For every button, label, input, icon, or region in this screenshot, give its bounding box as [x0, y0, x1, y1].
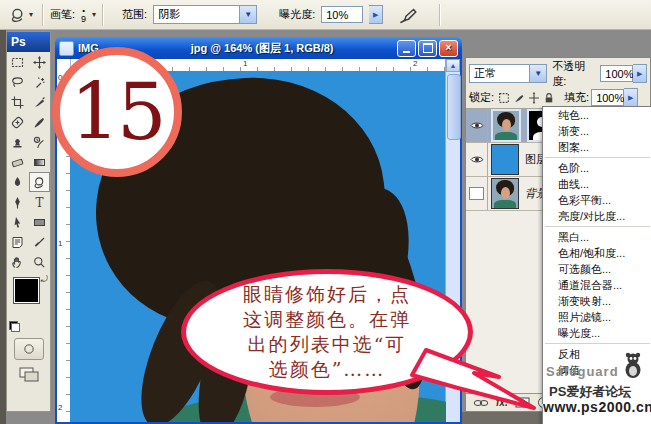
menu-separator: [545, 343, 650, 344]
bubble-line: 出的列表中选“可: [248, 332, 407, 357]
hidden-eye-checkbox[interactable]: [469, 187, 484, 200]
maximize-button[interactable]: [418, 40, 437, 57]
lasso-icon: [11, 76, 24, 89]
zoom-tool[interactable]: [29, 252, 51, 272]
layer-thumbnail[interactable]: [491, 109, 521, 142]
tool-grid: T: [7, 52, 50, 272]
default-colors-icon[interactable]: [9, 321, 20, 332]
menu-item-brightness-contrast[interactable]: 亮度/对比度...: [543, 208, 651, 224]
blend-mode-select[interactable]: 正常 ▼: [469, 64, 547, 83]
menu-item-levels[interactable]: 色阶...: [543, 160, 651, 176]
zoom-icon: [33, 256, 46, 269]
move-tool[interactable]: [29, 52, 51, 72]
magic-wand-tool[interactable]: [29, 72, 51, 92]
scrollbar-thumb[interactable]: [447, 74, 461, 140]
shape-tool[interactable]: [29, 212, 51, 232]
toolbox: Ps T ⤾: [6, 31, 51, 412]
fill-spinner[interactable]: ▶: [624, 88, 638, 107]
bubble-line: 选颜色”……: [269, 357, 386, 382]
visibility-cell[interactable]: [466, 109, 488, 142]
crop-tool[interactable]: [7, 92, 29, 112]
swap-colors-icon[interactable]: ⤾: [41, 274, 49, 285]
path-select-tool[interactable]: [7, 212, 29, 232]
visibility-cell[interactable]: [466, 177, 488, 210]
burn-icon: [33, 176, 46, 189]
document-icon: [59, 41, 74, 56]
burn-tool-icon: [9, 7, 27, 23]
hand-tool[interactable]: [7, 252, 29, 272]
hand-icon: [11, 256, 24, 269]
blur-tool[interactable]: [7, 172, 29, 192]
menu-item-color-balance[interactable]: 色彩平衡...: [543, 192, 651, 208]
range-select[interactable]: 阴影 ▼: [153, 5, 257, 24]
pen-tool[interactable]: [7, 192, 29, 212]
visibility-cell[interactable]: [466, 143, 488, 176]
type-tool[interactable]: T: [29, 192, 51, 212]
ruler-number: 2: [58, 403, 62, 412]
lock-pixels-icon[interactable]: [513, 92, 525, 104]
mascot-icon: [621, 352, 645, 379]
menu-item-channel-mixer[interactable]: 通道混合器...: [543, 277, 651, 293]
blend-mode-value: 正常: [474, 66, 496, 81]
lasso-tool[interactable]: [7, 72, 29, 92]
gradient-tool[interactable]: [29, 152, 51, 172]
menu-item-curves[interactable]: 曲线...: [543, 176, 651, 192]
current-tool-button[interactable]: ▾: [6, 4, 36, 26]
opacity-input[interactable]: 100%: [600, 65, 633, 82]
clone-stamp-tool[interactable]: [7, 132, 29, 152]
minimize-button[interactable]: [397, 40, 416, 57]
quick-mask-icon: [22, 343, 36, 355]
screen-mode-button[interactable]: [17, 366, 41, 384]
window-buttons: ×: [397, 40, 458, 57]
close-button[interactable]: ×: [439, 40, 458, 57]
fill-input[interactable]: 100%: [591, 89, 624, 106]
brush-dropdown-arrow-icon[interactable]: ▾: [92, 10, 96, 19]
layer-thumbnail[interactable]: [491, 178, 519, 209]
quick-mask-button[interactable]: [14, 338, 44, 360]
brush-size: 9: [81, 15, 86, 23]
exposure-spinner[interactable]: ▶: [369, 5, 383, 24]
menu-item-black-white[interactable]: 黑白...: [543, 229, 651, 245]
lock-all-icon[interactable]: [543, 92, 555, 104]
foreground-color-swatch[interactable]: [14, 278, 39, 303]
brush-tool[interactable]: [29, 112, 51, 132]
path-select-icon: [11, 216, 24, 229]
color-swatches: ⤾: [7, 272, 50, 334]
menu-item-pattern[interactable]: 图案...: [543, 139, 651, 155]
exposure-input[interactable]: 10%: [321, 6, 363, 23]
layer-thumbnail[interactable]: [491, 144, 519, 175]
menu-item-exposure[interactable]: 曝光度...: [543, 325, 651, 341]
ruler-number: 1: [243, 59, 247, 68]
lock-transparency-icon[interactable]: [498, 92, 510, 104]
menu-item-selective-color[interactable]: 可选颜色...: [543, 261, 651, 277]
lock-position-icon[interactable]: [528, 92, 540, 104]
airbrush-icon[interactable]: [397, 6, 419, 24]
burn-tool[interactable]: [29, 172, 51, 192]
brush-icon: [33, 116, 46, 129]
history-brush-tool[interactable]: [29, 132, 51, 152]
blur-icon: [11, 176, 24, 189]
fill-label: 填充:: [564, 90, 589, 105]
combo-arrow-icon: ▼: [239, 6, 256, 23]
brush-preview[interactable]: • 9: [81, 7, 86, 23]
menu-item-solid-color[interactable]: 纯色...: [543, 107, 651, 123]
eraser-icon: [11, 156, 24, 169]
scroll-up-icon[interactable]: ▲: [446, 59, 460, 72]
eraser-tool[interactable]: [7, 152, 29, 172]
document-title-suffix: jpg @ 164% (图层 1, RGB/8): [191, 41, 334, 56]
menu-item-gradient[interactable]: 渐变...: [543, 123, 651, 139]
menu-item-photo-filter[interactable]: 照片滤镜...: [543, 309, 651, 325]
eyedropper-icon: [33, 236, 46, 249]
slice-tool[interactable]: [29, 92, 51, 112]
brush-label: 画笔:: [50, 7, 75, 22]
menu-item-gradient-map[interactable]: 渐变映射...: [543, 293, 651, 309]
blend-mode-row: 正常 ▼ 不透明度: 100% ▶: [469, 64, 647, 83]
toolbox-header[interactable]: Ps: [7, 32, 50, 52]
menu-separator: [545, 226, 650, 227]
notes-tool[interactable]: [7, 232, 29, 252]
healing-brush-tool[interactable]: [7, 112, 29, 132]
eyedropper-tool[interactable]: [29, 232, 51, 252]
marquee-tool[interactable]: [7, 52, 29, 72]
opacity-spinner[interactable]: ▶: [633, 64, 647, 83]
menu-item-hue-saturation[interactable]: 色相/饱和度...: [543, 245, 651, 261]
